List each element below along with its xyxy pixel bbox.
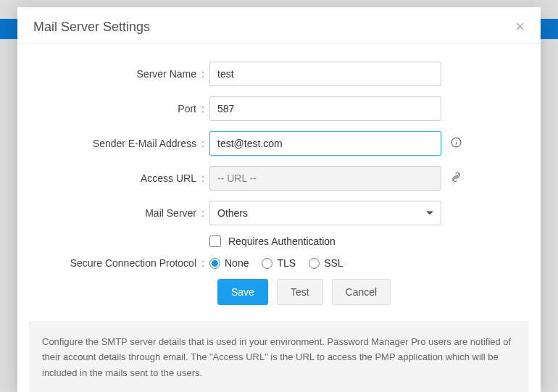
protocol-label-none: None (225, 257, 249, 269)
svg-line-3 (451, 173, 459, 181)
requires-auth-label: Requires Authentication (228, 235, 336, 247)
info-icon[interactable] (450, 136, 462, 151)
protocol-radio-tls[interactable] (262, 258, 272, 269)
port-label: Port (33, 103, 196, 114)
access-url-field: -- URL -- (209, 166, 441, 191)
sender-email-row: Sender E-Mail Address : (33, 131, 525, 156)
mail-server-select[interactable]: Others (209, 201, 441, 225)
test-button[interactable]: Test (277, 279, 323, 305)
sender-email-label: Sender E-Mail Address (33, 138, 196, 149)
close-icon[interactable]: × (515, 19, 525, 35)
action-buttons: Save Test Cancel (33, 279, 525, 305)
secure-protocol-row: Secure Connection Protocol : None TLS SS… (33, 257, 525, 269)
save-button[interactable]: Save (217, 279, 268, 305)
requires-auth-checkbox[interactable] (209, 235, 221, 247)
mail-server-row: Mail Server : Others (33, 201, 525, 225)
sender-email-input[interactable] (209, 131, 441, 156)
protocol-option-ssl[interactable]: SSL (309, 257, 343, 269)
protocol-label-ssl: SSL (324, 257, 343, 269)
mail-server-settings-modal: Mail Server Settings × Server Name : Por… (17, 7, 541, 392)
protocol-option-none[interactable]: None (209, 257, 249, 269)
mail-server-label: Mail Server (33, 207, 196, 219)
mail-server-select-wrap: Others (209, 201, 441, 225)
server-name-row: Server Name : (33, 62, 525, 86)
protocol-label-tls: TLS (277, 257, 296, 269)
access-url-label: Access URL (33, 172, 196, 184)
protocol-radio-ssl[interactable] (309, 258, 320, 269)
modal-title: Mail Server Settings (33, 20, 150, 35)
port-input[interactable] (209, 96, 441, 121)
access-url-row: Access URL : -- URL -- (33, 166, 525, 191)
requires-auth-row: Requires Authentication (33, 235, 525, 247)
secure-protocol-label: Secure Connection Protocol (33, 257, 196, 269)
protocol-option-tls[interactable]: TLS (262, 257, 296, 269)
modal-body: Server Name : Port : Sender E-Mail Addre… (17, 44, 541, 321)
cancel-button[interactable]: Cancel (332, 279, 391, 305)
server-name-label: Server Name (33, 68, 196, 80)
footer-help-text: Configure the SMTP server details that i… (29, 321, 529, 392)
port-row: Port : (33, 96, 525, 121)
unlink-icon[interactable] (450, 171, 462, 185)
protocol-radio-none[interactable] (209, 258, 220, 269)
server-name-input[interactable] (209, 62, 441, 86)
modal-header: Mail Server Settings × (17, 7, 541, 44)
svg-point-2 (455, 140, 456, 141)
